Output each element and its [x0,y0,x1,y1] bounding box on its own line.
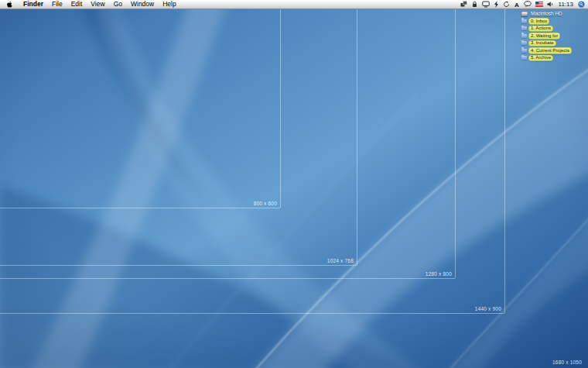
display-icon[interactable] [482,0,490,9]
desktop-item-label: Macintosh HD [529,11,564,17]
desktop-item-3-incubate[interactable]: 3. Incubate [521,40,572,47]
desktop-item-4-current-projects[interactable]: 4. Current Projects [521,47,572,55]
svg-text:A: A [514,2,519,9]
desktop-item-label: 1. Actions [528,26,553,33]
desktop-item-label: 0. Inbox [528,18,549,25]
volume-icon[interactable] [547,0,554,9]
menu-go[interactable]: Go [114,0,122,9]
menu-bar-clock[interactable]: 11:13 [559,0,573,9]
battery-bolt-icon[interactable] [494,0,499,9]
guide-label-1024-x-768: 1024 x 768 [327,258,354,263]
guide-hline-800-x-600 [0,208,280,208]
apple-menu[interactable] [6,1,13,8]
guide-hline-1280-x-800 [0,278,455,279]
sync-icon[interactable] [503,0,510,9]
folder-icon [521,19,527,23]
chat-bubble-icon[interactable] [524,0,532,9]
desktop-item-macintosh-hd[interactable]: Macintosh HD [521,10,572,18]
menu-view[interactable]: View [91,0,104,9]
guide-vline-1440-x-900 [504,9,505,313]
desktop-item-5-archive[interactable]: 5. Archive [521,54,572,62]
panels-icon[interactable] [460,0,467,9]
folder-icon [521,56,527,60]
desktop-item-label: 5. Archive [528,55,553,62]
input-a-icon[interactable]: A [514,0,520,9]
guide-hline-1440-x-900 [0,313,504,314]
guide-vline-1280-x-800 [455,9,456,278]
folder-icon [521,41,527,45]
desktop-item-1-actions[interactable]: 1. Actions [521,25,572,33]
desktop-item-0-inbox[interactable]: 0. Inbox [521,18,572,26]
menu-file[interactable]: File [52,0,63,9]
status-icons: A [460,0,554,9]
hard-disk-icon [521,12,528,16]
folder-icon [521,26,527,30]
menu-help[interactable]: Help [162,0,176,9]
guide-label-1440-x-900: 1440 x 900 [475,306,501,311]
desktop-item-2-waiting-for[interactable]: 2. Waiting for [521,33,572,40]
app-menus: FinderFileEditViewGoWindowHelp [23,0,176,9]
apple-icon [6,1,13,8]
guide-label-800-x-600: 800 x 600 [254,201,277,206]
menu-bar-left: FinderFileEditViewGoWindowHelp [0,0,176,9]
guide-label-1680-x-1050: 1680 x 1050 [552,359,582,365]
lock-icon[interactable] [471,0,478,9]
spotlight-icon[interactable] [578,0,585,9]
desktop-item-label: 3. Incubate [528,40,556,47]
desktop-icon-list: Macintosh HD0. Inbox1. Actions2. Waiting… [521,10,572,62]
desktop-item-label: 2. Waiting for [528,33,560,40]
us-flag-icon[interactable] [535,0,543,9]
guide-vline-1024-x-768 [357,9,357,265]
desktop-item-label: 4. Current Projects [528,47,572,54]
menu-window[interactable]: Window [131,0,154,9]
desktop: { "menu_bar": { "active_app": "Finder", … [0,0,588,368]
folder-icon [521,34,527,38]
menu-edit[interactable]: Edit [71,0,83,9]
guide-hline-1024-x-768 [0,265,357,266]
menu-bar-status-area: A 11:13 [460,0,585,9]
menu-bar: FinderFileEditViewGoWindowHelp A 11:13 [0,0,588,9]
menu-finder[interactable]: Finder [23,0,43,9]
folder-icon [521,49,527,53]
guide-vline-800-x-600 [280,9,281,208]
guide-label-1280-x-800: 1280 x 800 [426,271,452,277]
